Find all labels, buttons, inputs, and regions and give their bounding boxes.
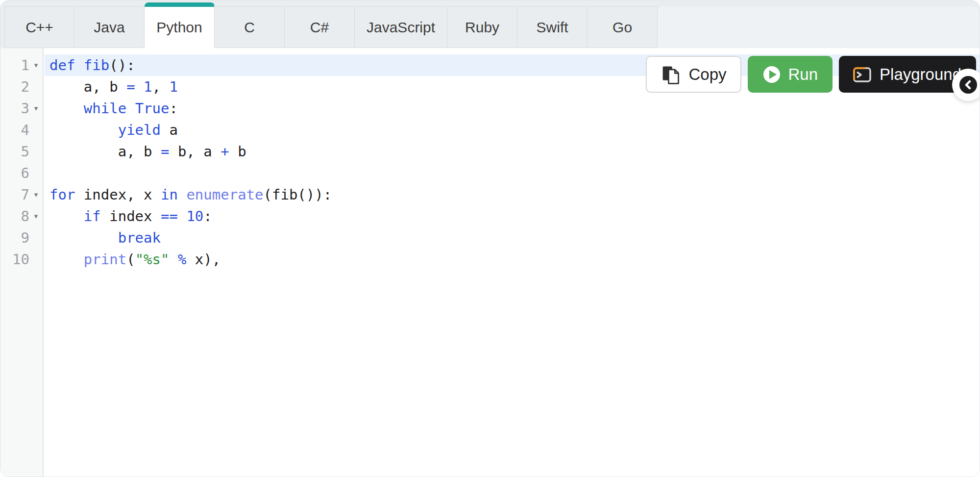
copy-button[interactable]: Copy [646, 56, 741, 93]
tab-go[interactable]: Go [588, 6, 658, 48]
tabbar-filler [658, 6, 980, 48]
copy-button-label: Copy [688, 65, 726, 84]
copy-pages-icon [661, 63, 681, 86]
gutter-row: 5 [0, 141, 43, 162]
gutter-row: 2 [0, 76, 43, 98]
play-circle-icon [762, 65, 781, 84]
line-number: 7 [21, 186, 29, 203]
fold-toggle-icon[interactable]: ▾ [29, 212, 43, 221]
page: C++JavaPythonCC#JavaScriptRubySwiftGo 1 … [0, 0, 980, 477]
gutter-row: 4 [0, 119, 43, 141]
editor-toolbar: Copy Run [646, 56, 976, 93]
fold-toggle-icon[interactable]: ▾ [29, 61, 43, 70]
code-content[interactable]: def fib(): a, b = 1, 1 while True: yield… [45, 48, 980, 477]
chevron-left-circle-icon [959, 76, 977, 94]
code-line[interactable]: if index == 10: [45, 205, 980, 227]
tab-python[interactable]: Python [145, 2, 215, 48]
code-line[interactable]: while True: [45, 98, 980, 119]
tab-label: Python [156, 19, 202, 36]
terminal-icon [852, 64, 872, 85]
tab-label: Swift [537, 19, 568, 36]
tab-javascript[interactable]: JavaScript [355, 6, 447, 48]
code-line[interactable]: for index, x in enumerate(fib()): [45, 184, 980, 205]
line-number: 3 [21, 100, 29, 117]
code-editor: 1 ▾ 2 3 ▾ 4 5 6 7 ▾ 8 ▾ 9 10 def fib(): … [0, 48, 980, 477]
gutter-row: 3 ▾ [0, 98, 43, 119]
code-line[interactable]: a, b = b, a + b [45, 141, 980, 162]
tab-label: Java [94, 19, 124, 36]
tab-label: C# [310, 19, 329, 36]
line-number: 10 [12, 251, 29, 268]
code-example-widget: C++JavaPythonCC#JavaScriptRubySwiftGo 1 … [0, 0, 980, 477]
line-number: 5 [21, 143, 29, 160]
language-tabbar: C++JavaPythonCC#JavaScriptRubySwiftGo [0, 0, 980, 48]
tab-label: Go [612, 19, 632, 36]
line-number: 2 [21, 78, 29, 95]
run-button[interactable]: Run [748, 56, 833, 93]
fold-toggle-icon[interactable]: ▾ [29, 104, 43, 113]
line-number: 6 [21, 165, 29, 181]
tab-c[interactable]: C++ [4, 6, 74, 48]
line-number: 1 [21, 57, 29, 74]
code-line[interactable]: yield a [45, 119, 980, 141]
tab-label: JavaScript [367, 19, 435, 36]
tab-swift[interactable]: Swift [517, 6, 588, 48]
gutter-row: 1 ▾ [0, 54, 43, 76]
code-line[interactable] [45, 162, 980, 184]
tab-java[interactable]: Java [74, 6, 145, 48]
line-number-gutter: 1 ▾ 2 3 ▾ 4 5 6 7 ▾ 8 ▾ 9 10 [0, 48, 44, 477]
tab-label: C++ [25, 19, 53, 36]
gutter-row: 7 ▾ [0, 184, 43, 205]
gutter-row: 8 ▾ [0, 205, 43, 227]
tab-ruby[interactable]: Ruby [447, 6, 517, 48]
tab-label: C [244, 19, 255, 36]
gutter-row: 10 [0, 249, 43, 270]
line-number: 9 [21, 229, 29, 246]
code-line[interactable]: break [45, 227, 980, 249]
line-number: 8 [21, 208, 29, 225]
gutter-row: 6 [0, 162, 43, 184]
tab-label: Ruby [465, 19, 499, 36]
fold-toggle-icon[interactable]: ▾ [29, 190, 43, 199]
tab-c[interactable]: C# [285, 6, 355, 48]
tab-c[interactable]: C [215, 6, 285, 48]
run-button-label: Run [788, 65, 818, 84]
collapse-toolbar-button[interactable] [952, 69, 980, 101]
code-line[interactable]: print("%s" % x), [45, 249, 980, 270]
gutter-row: 9 [0, 227, 43, 249]
playground-button-label: Playground [880, 65, 961, 84]
line-number: 4 [21, 122, 29, 138]
language-tabs: C++JavaPythonCC#JavaScriptRubySwiftGo [4, 0, 658, 48]
